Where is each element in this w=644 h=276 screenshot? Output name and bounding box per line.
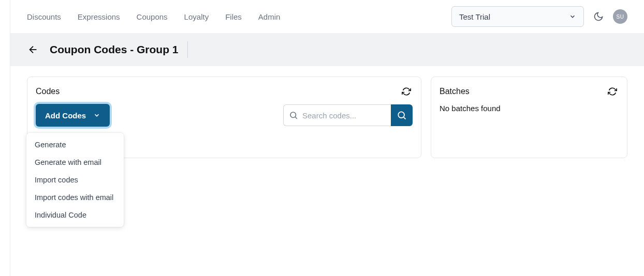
theme-toggle[interactable] [592, 10, 605, 23]
moon-icon [593, 11, 604, 22]
batches-card-header: Batches [440, 85, 619, 98]
add-codes-label: Add Codes [45, 111, 86, 120]
refresh-icon [402, 87, 411, 96]
codes-refresh-button[interactable] [400, 85, 413, 98]
nav-loyalty[interactable]: Loyalty [184, 12, 209, 21]
codes-search-input[interactable] [302, 111, 386, 120]
batches-refresh-button[interactable] [606, 85, 619, 98]
refresh-icon [608, 87, 617, 96]
account-selected-label: Test Trial [459, 12, 490, 21]
dropdown-generate[interactable]: Generate [26, 136, 124, 154]
page-header: Coupon Codes - Group 1 [10, 33, 644, 66]
codes-card-header: Codes [36, 85, 413, 98]
topbar-right: Test Trial SU [451, 6, 627, 27]
batches-empty-text: No batches found [440, 104, 619, 113]
codes-search-wrap [283, 104, 391, 126]
back-button[interactable] [27, 43, 39, 56]
codes-search-button[interactable] [391, 104, 413, 126]
nav-expressions[interactable]: Expressions [78, 12, 120, 21]
sidebar-spacer [0, 0, 10, 276]
main-nav: Discounts Expressions Coupons Loyalty Fi… [27, 12, 451, 21]
add-codes-wrapper: Add Codes Generate Generate with email I… [36, 104, 110, 127]
content: Codes Add Codes Generate Generate with e… [10, 66, 644, 168]
svg-line-4 [404, 117, 406, 119]
avatar[interactable]: SU [613, 9, 627, 24]
topbar: Discounts Expressions Coupons Loyalty Fi… [10, 0, 644, 33]
chevron-down-icon [569, 13, 576, 20]
nav-discounts[interactable]: Discounts [27, 12, 61, 21]
codes-controls: Add Codes Generate Generate with email I… [36, 104, 413, 127]
codes-card: Codes Add Codes Generate Generate with e… [27, 76, 421, 158]
nav-files[interactable]: Files [225, 12, 242, 21]
add-codes-dropdown: Generate Generate with email Import code… [26, 133, 124, 227]
nav-coupons[interactable]: Coupons [137, 12, 168, 21]
nav-admin[interactable]: Admin [258, 12, 281, 21]
search-icon [289, 111, 298, 120]
batches-card: Batches No batches found [431, 76, 627, 158]
svg-point-3 [398, 112, 404, 118]
batches-title: Batches [440, 87, 470, 96]
search-icon [397, 110, 407, 120]
arrow-left-icon [27, 44, 39, 55]
svg-point-1 [290, 112, 296, 118]
chevron-down-icon [93, 112, 100, 119]
account-selector[interactable]: Test Trial [451, 6, 584, 27]
page-title: Coupon Codes - Group 1 [50, 41, 188, 58]
dropdown-import-codes[interactable]: Import codes [26, 171, 124, 189]
svg-line-2 [295, 117, 297, 118]
dropdown-individual-code[interactable]: Individual Code [26, 206, 124, 224]
add-codes-button[interactable]: Add Codes [36, 104, 110, 127]
dropdown-import-codes-with-email[interactable]: Import codes with email [26, 189, 124, 206]
codes-title: Codes [36, 87, 60, 96]
codes-search-group [283, 104, 413, 126]
dropdown-generate-with-email[interactable]: Generate with email [26, 154, 124, 171]
